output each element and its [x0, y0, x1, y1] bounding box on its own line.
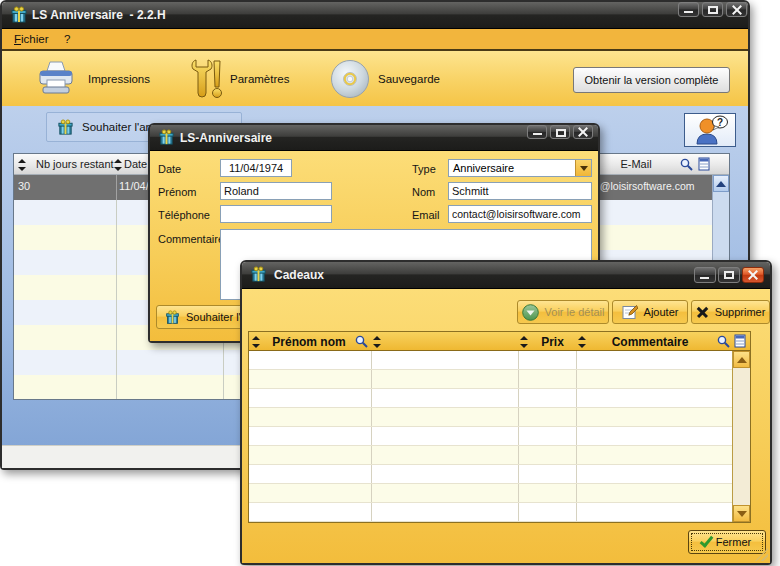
sort-days-icon[interactable]	[18, 159, 26, 171]
commentaire-label: Commentaire	[158, 233, 224, 245]
email-field[interactable]	[448, 205, 592, 223]
gift-icon	[158, 129, 175, 146]
printer-icon[interactable]	[36, 59, 76, 97]
tools-icon[interactable]	[190, 57, 224, 101]
cadeaux-body: Voir le détail Ajouter Supprimer	[242, 289, 770, 563]
get-full-version-button[interactable]: Obtenir la version complète	[573, 67, 730, 93]
maximize-icon	[708, 6, 718, 14]
magnifier-icon[interactable]	[680, 158, 693, 171]
maximize-icon	[556, 129, 566, 137]
desktop: LS Anniversaire - 2.2.H Fichier ? Impres…	[0, 0, 780, 566]
cadeaux-titlebar[interactable]: Cadeaux	[242, 262, 770, 289]
green-check-icon	[699, 533, 713, 547]
impressions-label[interactable]: Impressions	[88, 73, 150, 85]
telephone-field[interactable]	[220, 205, 332, 223]
maximize-icon	[724, 271, 734, 279]
type-dropdown[interactable]: Anniversaire	[448, 159, 592, 177]
column-price[interactable]: Prix	[529, 335, 576, 349]
column-comment[interactable]: Commentaire	[586, 335, 714, 349]
cadeaux-window: Cadeaux Voir le détail Ajouter	[240, 260, 772, 565]
sort-date-icon[interactable]	[114, 159, 122, 171]
gift-icon	[10, 6, 28, 24]
column-list-icon[interactable]	[698, 157, 710, 171]
view-detail-label: Voir le détail	[545, 306, 605, 318]
note-pencil-icon	[622, 304, 638, 320]
person-question-icon: ?	[691, 115, 729, 145]
main-titlebar[interactable]: LS Anniversaire - 2.2.H	[2, 2, 748, 29]
close-button[interactable]	[726, 2, 747, 17]
table-row[interactable]	[249, 351, 750, 370]
scroll-up-button[interactable]	[713, 175, 729, 192]
table-row[interactable]	[249, 503, 750, 522]
close-window-button[interactable]: Fermer	[688, 530, 766, 554]
menubar: Fichier ?	[2, 29, 748, 49]
menu-fichier[interactable]: Fichier	[8, 31, 55, 47]
close-icon	[743, 268, 763, 282]
view-detail-button[interactable]: Voir le détail	[517, 300, 609, 324]
table-row[interactable]	[249, 446, 750, 465]
delete-label: Supprimer	[715, 306, 766, 318]
sauvegarde-label[interactable]: Sauvegarde	[378, 73, 440, 85]
minimize-icon	[533, 133, 542, 135]
sort-icon[interactable]	[520, 336, 528, 348]
cadeaux-title: Cadeaux	[274, 268, 324, 282]
date-label: Date	[158, 163, 181, 175]
column-name[interactable]: Prénom nom	[259, 335, 359, 349]
table-row[interactable]	[249, 484, 750, 503]
chevron-down-icon[interactable]	[575, 160, 591, 176]
x-icon	[696, 306, 709, 319]
maximize-button[interactable]	[550, 125, 570, 139]
cell-days: 30	[18, 180, 30, 192]
nom-label: Nom	[412, 186, 435, 198]
sort-icon[interactable]	[578, 336, 586, 348]
menu-help[interactable]: ?	[58, 31, 76, 47]
green-down-circle-icon	[522, 304, 539, 321]
table-row[interactable]	[249, 389, 750, 408]
telephone-label: Téléphone	[158, 209, 210, 221]
svg-text:?: ?	[717, 117, 723, 128]
nom-field[interactable]	[448, 182, 592, 200]
prenom-field[interactable]	[220, 182, 332, 200]
help-button[interactable]: ?	[684, 113, 736, 147]
cd-icon[interactable]	[330, 59, 370, 99]
scroll-down-button[interactable]	[733, 505, 750, 522]
close-window-label: Fermer	[716, 536, 751, 548]
close-icon	[574, 126, 592, 138]
minimize-button[interactable]	[694, 267, 716, 283]
table-row[interactable]	[249, 427, 750, 446]
date-field[interactable]	[220, 159, 292, 177]
table-scrollbar[interactable]	[732, 351, 750, 522]
minimize-icon	[700, 277, 709, 279]
parametres-label[interactable]: Paramètres	[230, 73, 289, 85]
column-days[interactable]: Nb jours restant	[36, 158, 114, 170]
gifts-table-header: Prénom nom Prix Commentaire	[249, 332, 750, 351]
type-value: Anniversaire	[453, 162, 514, 174]
close-button[interactable]	[742, 267, 764, 283]
table-row[interactable]	[249, 408, 750, 427]
delete-button[interactable]: Supprimer	[691, 300, 770, 324]
close-icon	[727, 3, 746, 16]
add-button[interactable]: Ajouter	[612, 300, 688, 324]
arrow-down-icon	[737, 511, 747, 517]
column-date[interactable]: Date	[124, 158, 147, 170]
scroll-up-button[interactable]	[733, 351, 750, 368]
minimize-button[interactable]	[527, 125, 547, 139]
email-label: Email	[412, 209, 440, 221]
magnifier-icon[interactable]	[355, 335, 368, 348]
toolbar: Impressions Paramètres Sauvegarde Obteni…	[2, 51, 748, 106]
magnifier-icon[interactable]	[717, 335, 730, 348]
gift-icon	[250, 266, 267, 283]
type-label: Type	[412, 163, 436, 175]
add-label: Ajouter	[644, 306, 679, 318]
maximize-button[interactable]	[718, 267, 740, 283]
dialog-title: LS-Anniversaire	[180, 131, 272, 145]
arrow-up-icon	[716, 181, 726, 187]
table-row[interactable]	[249, 370, 750, 389]
column-list-icon[interactable]	[734, 334, 746, 348]
close-button[interactable]	[573, 125, 593, 139]
maximize-button[interactable]	[702, 2, 723, 17]
minimize-button[interactable]	[678, 2, 699, 17]
table-row[interactable]	[249, 465, 750, 484]
sort-icon[interactable]	[373, 336, 381, 348]
dialog-titlebar[interactable]: LS-Anniversaire	[150, 125, 598, 151]
